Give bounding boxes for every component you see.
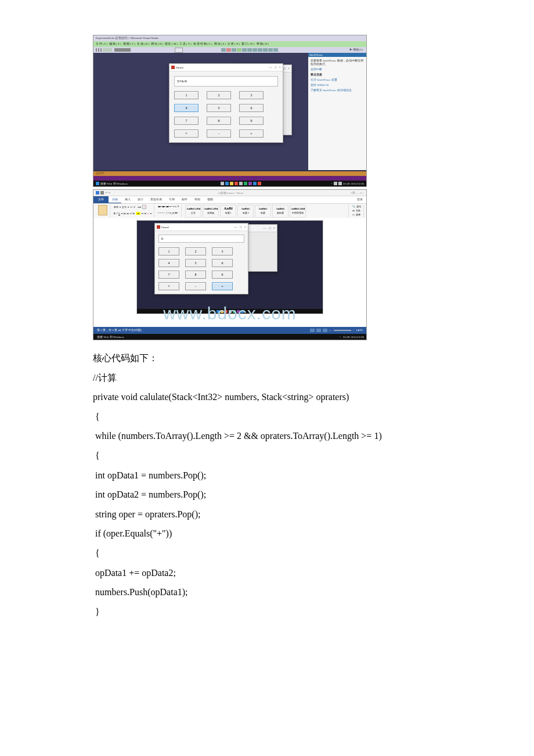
ribbon-tab-mailings[interactable]: 邮件 (178, 196, 191, 203)
calc-display[interactable]: 5+6-9 (174, 76, 278, 87)
vs-statusbar: 运行中 (93, 171, 366, 176)
calc-window-front[interactable]: Form1 —□× 5+6-9 1 2 3 4 5 6 7 8 9 + - = (169, 63, 283, 143)
app-icon-2[interactable] (239, 182, 243, 185)
view-web-icon[interactable] (323, 329, 327, 332)
taskbar-search[interactable]: 搜索 Web 和 Windows (100, 182, 128, 185)
vs-statusbar2 (93, 176, 366, 181)
taskbar-time: 20:28 (343, 182, 349, 185)
calc-title-text: Form1 (176, 66, 183, 69)
calc-btn-1[interactable]: 1 (174, 91, 199, 99)
calc-btn-8[interactable]: 8 (207, 117, 231, 125)
style-nospace[interactable]: AaBbCcDd无间隔 (203, 205, 219, 218)
vs-intellitrace-message: 若要查看 IntelliTrace 数据，必须中断应用程序的执行。 (311, 59, 364, 66)
word-zoom-value[interactable]: 140% (356, 327, 363, 334)
edge-icon[interactable] (225, 182, 229, 185)
ribbon-tab-file[interactable]: 文件 (93, 196, 109, 203)
save-icon[interactable] (100, 191, 104, 195)
explorer-icon[interactable] (230, 182, 233, 185)
vs-toolbar-far: ▶ 继续(C) (349, 48, 363, 51)
view-read-icon[interactable] (316, 329, 321, 332)
style-h2[interactable]: AaBbC标题 2 (237, 205, 254, 218)
ribbon-tab-layout[interactable]: 页面布局 (147, 196, 165, 203)
ribbon-tab-review[interactable]: 审阅 (191, 196, 204, 203)
ec-btn-8: 8 (185, 271, 206, 279)
calc-btn-minus[interactable]: - (207, 129, 231, 138)
code-line: //计算 (93, 368, 482, 388)
calc-window-controls[interactable]: —□× (269, 66, 281, 69)
ec-btn-7: 7 (158, 271, 179, 279)
ec-btn-1: 1 (158, 247, 179, 255)
vs-intellitrace-learn-link[interactable]: 了解有关 IntelliTrace 的详细信息 (311, 88, 364, 92)
windows-taskbar-2: 搜索 Web 和 Windows ^ 20:28 2015/12/26 (93, 334, 366, 340)
start-icon[interactable] (96, 182, 99, 185)
calc-btn-6[interactable]: 6 (239, 104, 264, 112)
word-status-left: 第 2 页，共 2 页 44 个字 中文(中国) (97, 327, 142, 334)
vs-intellitrace-header: IntelliTrace (308, 53, 366, 57)
vs-menubar: 文件(F) 编辑(E) 视图(V) 生成(B) 调试(D) 团队(M) 工具(T… (93, 41, 366, 47)
app-icon-1[interactable] (234, 182, 238, 185)
calc-btn-2[interactable]: 2 (207, 91, 231, 99)
ec-btn-3: 3 (212, 247, 233, 255)
calc-titlebar[interactable]: Form1 —□× (169, 64, 283, 71)
ribbon-login[interactable]: 登录 (353, 196, 366, 203)
calc-btn-3[interactable]: 3 (239, 91, 264, 99)
text-heading: 核心代码如下： (93, 348, 482, 368)
code-line: { (93, 543, 482, 563)
ec-btn-plus: + (158, 282, 179, 290)
ribbon-tab-insert[interactable]: 插入 (121, 196, 134, 203)
app-icon-3[interactable] (244, 182, 247, 185)
vs-continue-button[interactable] (175, 48, 183, 53)
word-statusbar: 第 2 页，共 2 页 44 个字 中文(中国) —+ 140% (93, 327, 366, 334)
code-line: while (numbers.ToArray().Length >= 2 && … (93, 426, 482, 446)
paste-icon[interactable] (98, 205, 107, 215)
vs-intellitrace-heading: 要点信息 (311, 73, 364, 76)
calc-btn-9[interactable]: 9 (239, 117, 264, 125)
app-icon-4[interactable] (258, 182, 261, 185)
code-line: { (93, 407, 482, 427)
ribbon-tab-view[interactable]: 视图 (204, 196, 217, 203)
calc-btn-plus[interactable]: + (174, 129, 199, 138)
vs-intellitrace-settings-link[interactable]: 打开 IntelliTrace 设置 (311, 78, 364, 81)
ec-btn-minus: - (185, 282, 206, 290)
ec-btn-5: 5 (185, 259, 206, 267)
word-document-title: c#实验4.docx - Word (218, 191, 243, 195)
word-qat: ↶ ↷ c#实验4.docx - Word ? 田 — □ × (93, 190, 366, 196)
vs-toolbar-left-icons (96, 48, 148, 52)
vs-intellitrace-break-link[interactable]: 全部中断 (311, 67, 364, 71)
code-line: numbers.Push(opData1); (93, 582, 482, 602)
code-line: { (93, 446, 482, 466)
calc-btn-equals[interactable]: = (239, 129, 264, 138)
word-app-icon (96, 191, 99, 195)
style-normal[interactable]: AaBbCcDd正文 (185, 205, 201, 218)
word-ribbon-tabs: 文件 开始 插入 设计 页面布局 引用 邮件 审阅 视图 登录 (93, 196, 366, 204)
vs-intellitrace-link3[interactable]: 您对 IDM4758 (311, 83, 364, 87)
ec-btn-6: 6 (212, 259, 233, 267)
code-line: int opData2 = numbers.Pop(); (93, 485, 482, 505)
screenshot-word: ↶ ↷ c#实验4.docx - Word ? 田 — □ × 文件 开始 插入… (93, 189, 367, 340)
ribbon-tab-home[interactable]: 开始 (109, 196, 121, 203)
code-line: private void calulate(Stack<Int32> numbe… (93, 387, 482, 407)
code-line: string oper = opraters.Pop(); (93, 505, 482, 524)
calc-btn-7[interactable]: 7 (174, 117, 199, 125)
view-print-icon[interactable] (310, 329, 315, 332)
word-window-controls[interactable]: ? 田 — □ × (351, 191, 364, 195)
calc-btn-4[interactable]: 4 (174, 104, 199, 112)
ribbon-tab-references[interactable]: 引用 (165, 196, 178, 203)
style-subtitle[interactable]: AaBbC副标题 (272, 205, 288, 218)
windows-taskbar: 搜索 Web 和 Windows ^ 20:28 2015/12/26 (93, 181, 366, 186)
vs-intellitrace-panel: IntelliTrace 若要查看 IntelliTrace 数据，必须中断应用… (308, 53, 366, 170)
code-line: } (93, 602, 482, 622)
calc-btn-5[interactable]: 5 (207, 104, 231, 112)
code-text-block: 核心代码如下： //计算 private void calulate(Stack… (93, 348, 482, 621)
vs-toolbar-right-icons (221, 48, 308, 52)
style-h1[interactable]: AaBl标题 1 (220, 205, 236, 218)
style-title[interactable]: AaBbC标题 (255, 205, 271, 218)
style-emphasis[interactable]: AaBbCcDd不明显强调 (290, 205, 306, 218)
word-icon[interactable] (253, 182, 257, 185)
vs-titlebar: ExpressionEval (正在运行) - Microsoft Visual… (93, 35, 366, 41)
visualstudio-icon[interactable] (248, 182, 252, 185)
code-line: opData1 += opData2; (93, 563, 482, 583)
ribbon-tab-design[interactable]: 设计 (134, 196, 147, 203)
taskview-icon[interactable] (221, 182, 224, 185)
word-embedded-screenshot: —□× Form1 —□× 6 1 2 3 4 (136, 220, 323, 314)
